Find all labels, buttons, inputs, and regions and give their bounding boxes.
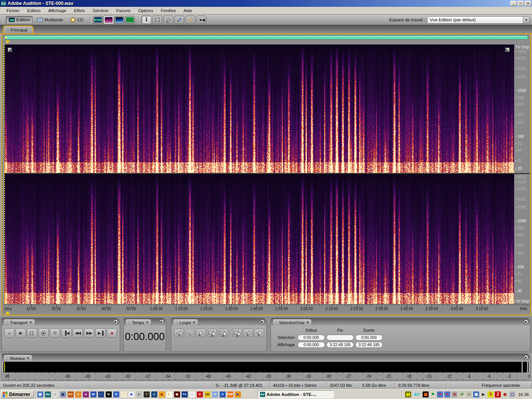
channel-divider[interactable] — [4, 173, 530, 174]
go-to-end-button[interactable]: ▶▐ — [95, 328, 106, 338]
field-Affichage-Début[interactable]: 0:00.000 — [298, 342, 325, 348]
spectral-display[interactable]: Hz (log) 7000500030002000100070050030020… — [4, 44, 530, 304]
frequency-scale-right-channel[interactable]: Hz (log) 9000700050003000200010007005003… — [514, 174, 530, 304]
close-button[interactable]: ✕ — [525, 1, 531, 6]
panel-menu-icon[interactable]: ▶ — [159, 319, 164, 324]
quick-launch-audition-icon[interactable]: Au — [45, 391, 51, 397]
cd-view-button[interactable]: CD — [67, 16, 87, 24]
tray-network-offline-icon[interactable]: ✕ — [437, 391, 443, 397]
quick-launch-moon-icon[interactable]: ☾ — [166, 391, 173, 397]
channel-corner-handle-right-icon[interactable] — [505, 48, 510, 52]
menu-item-options[interactable]: Options — [135, 8, 157, 14]
frequency-scale-left-channel[interactable]: Hz (log) 7000500030002000100070050030020… — [514, 44, 530, 173]
quick-launch-planet-icon[interactable]: ○ — [98, 391, 104, 397]
quick-launch-media-player-icon[interactable]: ▶ — [235, 391, 241, 397]
quick-launch-globe-icon[interactable]: G — [151, 391, 157, 397]
audition-task-button[interactable]: Au Adobe Audition - STE-... — [258, 390, 334, 398]
waveform-display-button[interactable] — [93, 16, 103, 24]
tray-s-sync-icon[interactable]: S — [488, 391, 494, 397]
zoom-navigation-bar[interactable] — [4, 35, 528, 40]
zoom-out-horizontal-button[interactable]: ↔− — [185, 329, 195, 337]
tray-mouse-icon[interactable]: ◉ — [502, 391, 508, 397]
spectral-pan-display-button[interactable] — [125, 16, 135, 24]
quick-launch-a-icon[interactable]: a — [136, 391, 142, 397]
quick-launch-folder-icon[interactable]: Z — [75, 391, 81, 397]
quick-launch-tc-icon[interactable]: TC — [182, 391, 188, 397]
tray-power-alert-icon[interactable]: Z — [495, 391, 501, 397]
tray-network-offline-2-icon[interactable]: ✕ — [444, 391, 450, 397]
zoom-in-left-edge-button[interactable] — [218, 329, 228, 337]
spectral-phase-display-button[interactable] — [114, 16, 124, 24]
panel-menu-icon[interactable]: ▶ — [524, 355, 529, 360]
quick-launch-desktop-icon[interactable]: ▦ — [37, 391, 43, 397]
pause-button[interactable]: ▌▌ — [27, 328, 37, 338]
start-button[interactable]: Démarrer — [1, 390, 34, 398]
stop-button[interactable]: ■ — [4, 328, 14, 338]
spectrogram-canvas[interactable] — [4, 44, 514, 304]
zoom-in-vertical-button[interactable]: ↕+ — [243, 329, 253, 337]
quick-launch-n-icon[interactable]: N — [106, 391, 112, 397]
quick-launch-rx-icon[interactable]: RX — [68, 391, 74, 397]
menu-item-generer[interactable]: Générer — [89, 8, 112, 14]
field-Affichage-Durée[interactable]: 3:22:48.185 — [355, 342, 383, 348]
restore-button[interactable]: □ — [518, 1, 524, 6]
spot-healing-brush-tool-button[interactable] — [185, 16, 195, 24]
level-meter[interactable] — [3, 362, 529, 372]
play-from-cursor-button[interactable]: ▶ — [38, 328, 49, 338]
playhead-marker-bottom-icon[interactable] — [5, 311, 10, 314]
lasso-selection-tool-button[interactable] — [163, 16, 173, 24]
quick-launch-user-icon[interactable]: P — [212, 391, 218, 397]
menu-item-favoris[interactable]: Favoris — [113, 8, 134, 14]
tray-flag-icon[interactable]: ⚑ — [430, 391, 436, 397]
menu-item-affichage[interactable]: Affichage — [45, 8, 70, 14]
scrub-tool-button[interactable]: ➤◀ — [196, 16, 206, 24]
tab-principal[interactable]: Principal — [3, 25, 33, 33]
menu-item-edition[interactable]: Edition — [24, 8, 44, 14]
menu-item-aide[interactable]: Aide — [180, 8, 196, 14]
quick-launch-x-tool-icon[interactable]: X — [113, 391, 119, 397]
quick-launch-sbp-icon[interactable]: S — [197, 391, 203, 397]
go-to-start-button[interactable]: ▐◀ — [61, 328, 71, 338]
field-Sélection-Durée[interactable]: 0:00.000 — [355, 334, 383, 340]
fast-forward-button[interactable]: ▶▶ — [84, 328, 94, 338]
spectral-frequency-display-button[interactable] — [104, 16, 114, 24]
chevron-down-icon[interactable]: ▼ — [523, 17, 529, 23]
record-button[interactable]: ● — [107, 328, 117, 338]
field-Sélection-Début[interactable]: 0:00.000 — [298, 334, 325, 340]
menu-item-fenetre[interactable]: Fenêtre — [157, 8, 179, 14]
playhead-marker-top-icon[interactable] — [5, 41, 10, 44]
field-Sélection-Fin[interactable] — [326, 334, 354, 340]
loop-play-button[interactable]: ↻ — [50, 328, 60, 338]
quick-launch-clock-icon[interactable]: ○ — [189, 391, 195, 397]
quick-launch-s-icon[interactable]: S — [220, 391, 226, 397]
transport-panel-tab[interactable]: Transport × — [3, 319, 35, 326]
menu-item-effets[interactable]: Effets — [70, 8, 88, 14]
workspace-select[interactable]: Vue Edition (par défaut) ▼ — [427, 16, 530, 24]
tray-update-icon[interactable]: ↺ — [459, 391, 465, 397]
quick-launch-disc-icon[interactable]: ◉ — [159, 391, 165, 397]
menu-item-fichier[interactable]: Fichier — [3, 8, 23, 14]
tray-temperature-readout[interactable]: 43° — [412, 391, 421, 397]
field-Affichage-Fin[interactable]: 3:22:48.185 — [326, 342, 354, 348]
panel-menu-icon[interactable]: ▶ — [113, 319, 118, 324]
effects-paintbrush-tool-button[interactable] — [174, 16, 184, 24]
quick-launch-ue-icon[interactable]: UE — [204, 391, 211, 397]
tray-display-icon[interactable]: ▣ — [473, 391, 479, 397]
quick-launch-onenote-icon[interactable]: n — [83, 391, 89, 397]
panel-menu-icon[interactable]: ▶ — [260, 319, 265, 324]
tray-meter-icon[interactable]: ▮▮ — [405, 391, 411, 397]
channel-corner-handle-left-icon[interactable] — [8, 48, 12, 52]
quick-launch-sail-icon[interactable]: ◆ — [128, 391, 135, 397]
zoom-to-selection-button[interactable] — [207, 329, 217, 337]
tray-blocked-device-icon[interactable]: ⊘ — [451, 391, 458, 397]
quick-launch-sphere-icon[interactable]: ● — [52, 391, 59, 397]
panel-menu-icon[interactable]: ▶ — [524, 319, 529, 324]
play-button[interactable]: ▶ — [16, 328, 26, 338]
tray-docs-icon[interactable]: ▢ — [509, 391, 515, 397]
close-icon[interactable]: × — [193, 320, 195, 325]
time-panel-tab[interactable]: Temps × — [125, 319, 152, 326]
close-icon[interactable]: × — [146, 320, 148, 325]
zoom-out-vertical-button[interactable]: ↕− — [254, 329, 264, 337]
quick-launch-pdf-icon[interactable]: PDF — [227, 391, 233, 397]
close-icon[interactable]: × — [306, 320, 309, 325]
